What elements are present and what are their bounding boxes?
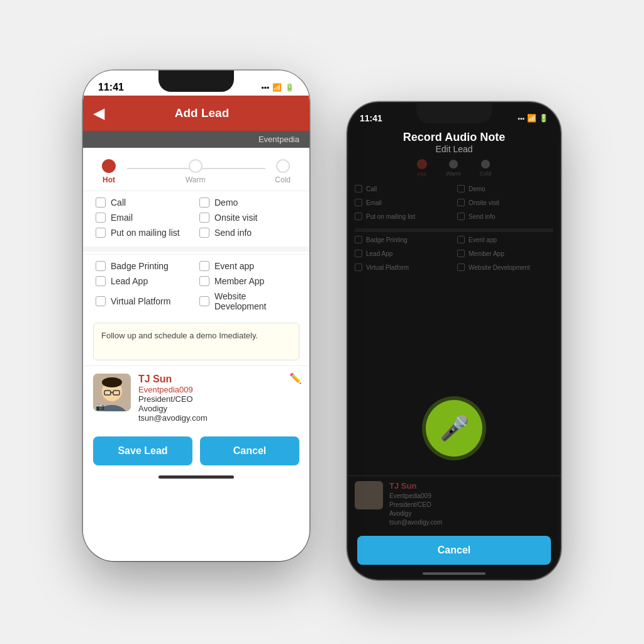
blur-temp-row: Hot Warm Cold — [355, 159, 553, 177]
checkbox-call[interactable]: Call — [96, 197, 193, 208]
signal-icon: ▪▪▪ — [518, 115, 525, 122]
sub-header-text: Eventpedia — [258, 135, 299, 144]
app-header: ◀ Add Lead — [83, 96, 309, 131]
checkbox-sendinfo-label: Send info — [214, 228, 252, 238]
blur-check-send: Send info — [457, 213, 553, 220]
checkbox-website-box[interactable] — [199, 296, 209, 306]
product-grid: Badge Printing Event app Lead App Member… — [96, 261, 297, 311]
blurred-content: Hot Warm Cold Call — [347, 157, 561, 400]
warm-dot — [189, 159, 203, 173]
followup-checkboxes: Call Demo Email Onsite visit — [83, 191, 309, 244]
back-button[interactable]: ◀ — [93, 104, 104, 122]
checkbox-eventapp-box[interactable] — [199, 261, 209, 271]
checkbox-demo-label: Demo — [214, 197, 238, 208]
checkbox-demo[interactable]: Demo — [199, 197, 297, 208]
temp-cold[interactable]: Cold — [275, 159, 291, 184]
record-microphone-button[interactable]: 🎤 — [426, 400, 482, 457]
blur-contact-info: TJ Sun Eventpedia009 President/CEO Avodi… — [389, 481, 442, 526]
blur-warm-dot — [449, 160, 458, 169]
record-subtitle: Edit Lead — [357, 144, 551, 154]
phone-back: 11:41 ▪▪▪ 📶 🔋 Record Audio Note Edit Lea… — [347, 102, 561, 580]
checkbox-mailing-box[interactable] — [96, 228, 106, 238]
checkbox-memberapp[interactable]: Member App — [199, 276, 297, 286]
contact-name: TJ Sun — [138, 374, 299, 385]
microphone-icon: 🎤 — [440, 414, 469, 442]
checkbox-memberapp-box[interactable] — [199, 276, 209, 286]
contact-avatar: 📷 — [93, 374, 131, 411]
back-cancel-container: Cancel — [347, 531, 561, 570]
checkbox-email[interactable]: Email — [96, 213, 193, 223]
cancel-button[interactable]: Cancel — [200, 436, 299, 465]
blur-check-website: Website Development — [457, 264, 553, 271]
header-title: Add Lead — [104, 106, 299, 120]
checkbox-call-box[interactable] — [96, 197, 106, 208]
wifi-icon: 📶 — [527, 114, 536, 123]
blur-check-badge: Badge Printing — [355, 236, 451, 243]
edit-icon[interactable]: ✏️ — [289, 372, 302, 384]
checkbox-eventapp[interactable]: Event app — [199, 261, 297, 271]
blur-contact-org: Avodigy — [389, 510, 442, 517]
blur-contact-title: President/CEO — [389, 501, 442, 508]
battery-status-icon: 🔋 — [285, 83, 294, 92]
record-title: Record Audio Note — [357, 131, 551, 144]
product-checkboxes: Badge Printing Event app Lead App Member… — [83, 254, 309, 318]
back-time: 11:41 — [360, 113, 382, 123]
checkbox-virtual-box[interactable] — [96, 296, 106, 306]
blur-check-call: Call — [355, 185, 451, 192]
blur-contact-company: Eventpedia009 — [389, 492, 442, 499]
checkbox-onsite-box[interactable] — [199, 213, 209, 223]
battery-icon: 🔋 — [539, 114, 548, 123]
back-cancel-button[interactable]: Cancel — [357, 536, 551, 565]
microphone-container: 🎤 — [347, 400, 561, 469]
blur-avatar — [355, 481, 383, 509]
checkbox-onsite[interactable]: Onsite visit — [199, 213, 297, 223]
contact-email: tsun@avodigy.com — [138, 413, 299, 423]
back-status-icons: ▪▪▪ 📶 🔋 — [518, 114, 548, 123]
back-notch — [416, 102, 492, 123]
blur-check-leadapp: Lead App — [355, 250, 451, 257]
checkbox-demo-box[interactable] — [199, 197, 209, 208]
followup-grid: Call Demo Email Onsite visit — [96, 197, 297, 238]
checkbox-mailing-label: Put on mailing list — [111, 228, 180, 238]
temp-warm[interactable]: Warm — [186, 159, 206, 184]
sub-header: Eventpedia — [83, 131, 309, 148]
back-home-bar — [423, 572, 486, 575]
checkbox-eventapp-label: Event app — [214, 261, 254, 271]
checkbox-website[interactable]: Website Development — [199, 291, 297, 311]
front-status-icons: ▪▪▪ 📶 🔋 — [261, 83, 294, 92]
checkbox-badge-box[interactable] — [96, 261, 106, 271]
record-header: Record Audio Note Edit Lead — [347, 126, 561, 157]
action-buttons: Save Lead Cancel — [83, 430, 309, 472]
svg-text:📷: 📷 — [96, 402, 105, 411]
blur-check-email: Email — [355, 199, 451, 206]
checkbox-sendinfo[interactable]: Send info — [199, 228, 297, 238]
checkbox-virtual[interactable]: Virtual Platform — [96, 291, 193, 311]
checkbox-badge[interactable]: Badge Printing — [96, 261, 193, 271]
checkbox-leadapp-label: Lead App — [111, 276, 148, 286]
temp-hot[interactable]: Hot — [102, 159, 116, 184]
hot-dot — [102, 159, 116, 173]
front-notch — [158, 70, 234, 92]
phone-screen: 11:41 ▪▪▪ 📶 🔋 ◀ Add Lead Eventpedia — [83, 70, 309, 561]
checkbox-sendinfo-box[interactable] — [199, 228, 209, 238]
cold-label: Cold — [275, 175, 291, 184]
checkbox-website-label: Website Development — [214, 291, 297, 311]
checkbox-leadapp-box[interactable] — [96, 276, 106, 286]
contact-info: TJ Sun Eventpedia009 President/CEO Avodi… — [138, 374, 299, 423]
checkbox-memberapp-label: Member App — [214, 276, 264, 286]
notes-field[interactable]: Follow up and schedule a demo Imediately… — [93, 323, 299, 360]
checkbox-badge-label: Badge Printing — [111, 261, 169, 271]
blur-check-demo: Demo — [457, 185, 553, 192]
blur-check-mailing: Put on mailing list — [355, 213, 451, 220]
checkbox-email-box[interactable] — [96, 213, 106, 223]
checkbox-leadapp[interactable]: Lead App — [96, 276, 193, 286]
blur-contact-card: TJ Sun Eventpedia009 President/CEO Avodi… — [347, 475, 561, 531]
temp-selector: Hot Warm Cold — [83, 148, 309, 191]
home-bar — [158, 475, 234, 479]
back-phone-screen: 11:41 ▪▪▪ 📶 🔋 Record Audio Note Edit Lea… — [347, 102, 561, 580]
svg-point-3 — [102, 377, 122, 387]
checkbox-mailing[interactable]: Put on mailing list — [96, 228, 193, 238]
signal-strength-icon: ▪▪▪ — [261, 83, 269, 92]
save-lead-button[interactable]: Save Lead — [93, 436, 192, 465]
contact-title: President/CEO — [138, 394, 299, 404]
